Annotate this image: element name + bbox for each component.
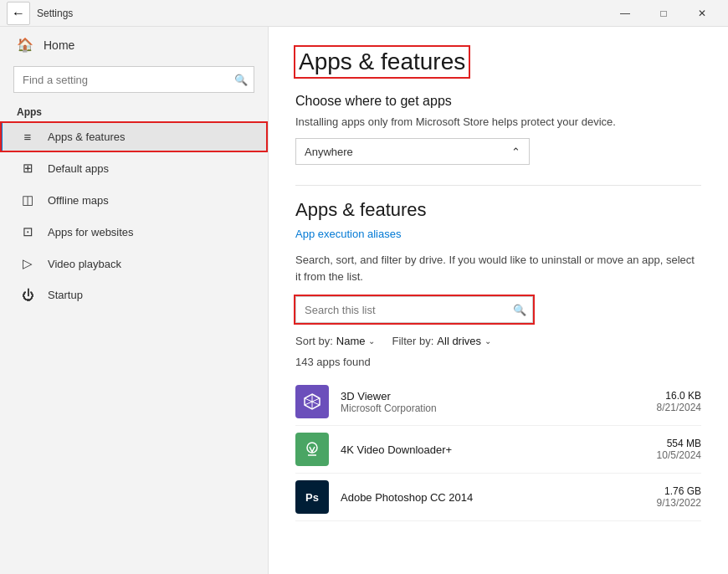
startup-icon: ⏻ — [19, 288, 36, 302]
back-icon: ← — [12, 6, 25, 21]
title-bar: ← Settings — □ ✕ — [0, 0, 728, 27]
sidebar-section-label: Apps — [0, 100, 268, 121]
choose-apps-heading: Choose where to get apps — [295, 94, 701, 109]
app-size-photoshop: 1.76 GB — [657, 485, 701, 497]
app-icon-photoshop: Ps — [295, 480, 329, 514]
video-playback-icon: ▷ — [19, 256, 36, 271]
choose-apps-section: Choose where to get apps Installing apps… — [295, 94, 701, 165]
app-name-4k-downloader: 4K Video Downloader+ — [341, 443, 645, 456]
app-meta-4k-downloader: 554 MB 10/5/2024 — [657, 438, 701, 461]
app-publisher-3d-viewer: Microsoft Corporation — [341, 402, 645, 414]
search-list-container: 🔍 — [295, 296, 533, 323]
maximize-button[interactable]: □ — [644, 0, 683, 27]
apps-features-heading: Apps & features — [295, 199, 701, 221]
app-icon-3d-viewer — [295, 385, 329, 418]
app-icon-4k-downloader — [295, 433, 329, 466]
title-bar-title: Settings — [37, 8, 73, 19]
app-name-3d-viewer: 3D Viewer — [341, 390, 645, 402]
sidebar-item-video-playback[interactable]: ▷ Video playback — [0, 248, 268, 279]
sidebar-item-default-apps-label: Default apps — [48, 162, 109, 175]
app-item-3d-viewer[interactable]: 3D Viewer Microsoft Corporation 16.0 KB … — [295, 378, 701, 426]
sort-by-control[interactable]: Sort by: Name ⌄ — [295, 335, 375, 347]
main-layout: 🏠 Home 🔍 Apps ≡ Apps & features ⊞ Defaul… — [0, 27, 728, 574]
sidebar-item-offline-maps[interactable]: ◫ Offline maps — [0, 184, 268, 216]
close-button[interactable]: ✕ — [683, 0, 721, 27]
filter-desc: Search, sort, and filter by drive. If yo… — [295, 252, 701, 284]
app-info-3d-viewer: 3D Viewer Microsoft Corporation — [341, 390, 645, 414]
sidebar-item-apps-websites-label: Apps for websites — [48, 226, 134, 238]
section-divider — [295, 185, 701, 186]
sort-by-label: Sort by: — [295, 335, 333, 347]
dropdown-chevron-icon: ⌃ — [511, 146, 520, 158]
apps-count: 143 apps found — [295, 356, 701, 368]
app-info-4k-downloader: 4K Video Downloader+ — [341, 443, 645, 456]
default-apps-icon: ⊞ — [19, 161, 36, 176]
sidebar-search-container: 🔍 — [13, 66, 254, 93]
anywhere-value: Anywhere — [305, 146, 353, 158]
filter-chevron-icon: ⌄ — [484, 336, 491, 346]
sidebar-home-label: Home — [44, 38, 74, 52]
app-date-4k-downloader: 10/5/2024 — [657, 449, 701, 461]
sort-chevron-icon: ⌄ — [368, 336, 375, 346]
sidebar-item-video-playback-label: Video playback — [48, 258, 121, 270]
back-button[interactable]: ← — [7, 2, 30, 25]
app-meta-photoshop: 1.76 GB 9/13/2022 — [657, 485, 701, 509]
app-name-photoshop: Adobe Photoshop CC 2014 — [341, 491, 645, 504]
app-date-photoshop: 9/13/2022 — [657, 497, 701, 509]
sidebar-item-startup[interactable]: ⏻ Startup — [0, 279, 268, 310]
filter-by-value: All drives — [437, 335, 481, 347]
sidebar-item-apps-for-websites[interactable]: ⊡ Apps for websites — [0, 216, 268, 248]
app-item-photoshop[interactable]: Ps Adobe Photoshop CC 2014 1.76 GB 9/13/… — [295, 474, 701, 521]
search-list-input[interactable] — [295, 296, 533, 323]
sidebar-home[interactable]: 🏠 Home — [0, 27, 268, 63]
app-list: 3D Viewer Microsoft Corporation 16.0 KB … — [295, 378, 701, 521]
sidebar-item-apps-features-label: Apps & features — [48, 131, 126, 143]
offline-maps-icon: ◫ — [19, 192, 36, 208]
page-title: Apps & features — [295, 47, 469, 77]
minimize-button[interactable]: — — [606, 0, 644, 27]
anywhere-dropdown-container: Anywhere ⌃ — [295, 138, 701, 165]
app-size-4k-downloader: 554 MB — [657, 438, 701, 449]
search-icon: 🔍 — [234, 74, 248, 86]
anywhere-dropdown[interactable]: Anywhere ⌃ — [295, 138, 530, 165]
search-list-icon: 🔍 — [513, 304, 526, 316]
find-setting-input[interactable] — [13, 66, 254, 93]
apps-features-icon: ≡ — [19, 130, 36, 144]
sidebar: 🏠 Home 🔍 Apps ≡ Apps & features ⊞ Defaul… — [0, 27, 268, 574]
app-date-3d-viewer: 8/21/2024 — [657, 402, 701, 413]
sidebar-item-apps-features[interactable]: ≡ Apps & features — [0, 121, 268, 152]
app-execution-link[interactable]: App execution aliases — [295, 228, 401, 240]
app-item-4k-downloader[interactable]: 4K Video Downloader+ 554 MB 10/5/2024 — [295, 426, 701, 474]
content-area: Apps & features Choose where to get apps… — [268, 27, 728, 574]
sort-by-value: Name — [336, 335, 366, 347]
apps-websites-icon: ⊡ — [19, 224, 36, 239]
home-icon: 🏠 — [17, 37, 33, 53]
app-meta-3d-viewer: 16.0 KB 8/21/2024 — [657, 390, 701, 413]
window-controls: — □ ✕ — [606, 0, 721, 27]
apps-features-section: Apps & features App execution aliases Se… — [295, 199, 701, 521]
choose-apps-desc: Installing apps only from Microsoft Stor… — [295, 115, 701, 128]
filter-by-label: Filter by: — [392, 335, 433, 347]
sidebar-item-default-apps[interactable]: ⊞ Default apps — [0, 152, 268, 184]
sidebar-item-startup-label: Startup — [48, 289, 83, 301]
filter-by-control[interactable]: Filter by: All drives ⌄ — [392, 335, 491, 347]
sidebar-item-offline-maps-label: Offline maps — [48, 194, 109, 207]
sort-filter-row: Sort by: Name ⌄ Filter by: All drives ⌄ — [295, 335, 701, 347]
app-info-photoshop: Adobe Photoshop CC 2014 — [341, 491, 645, 504]
app-size-3d-viewer: 16.0 KB — [657, 390, 701, 402]
